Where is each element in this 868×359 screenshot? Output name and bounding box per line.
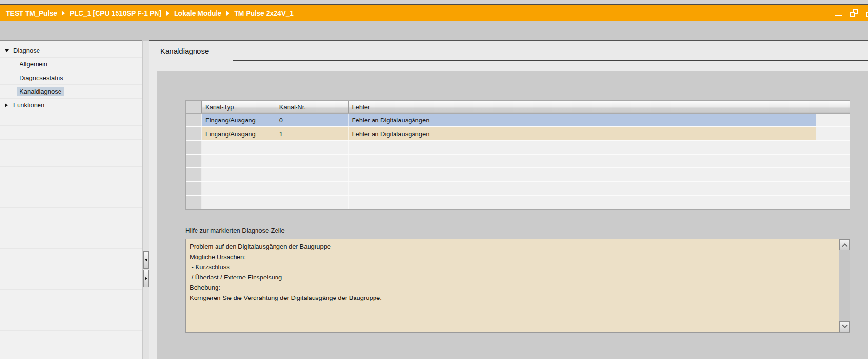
row-selector-cell[interactable]: [186, 141, 202, 154]
table-row-empty[interactable]: [186, 182, 850, 196]
sidebar-item-allgemein[interactable]: Allgemein: [0, 58, 142, 71]
cell-fehler: Fehler an Digitalausgängen: [349, 127, 817, 140]
help-line: Mögliche Ursachen:: [190, 252, 834, 262]
collapse-pane-button[interactable]: [143, 251, 149, 269]
collapsed-arrow-icon[interactable]: [5, 103, 10, 107]
kanaldiagnose-panel: Kanal-Typ Kanal-Nr. Fehler Eingang/Ausga…: [157, 71, 868, 359]
cell-end: [816, 127, 850, 140]
sidebar-item-kanaldiagnose[interactable]: Kanaldiagnose: [0, 85, 142, 99]
column-header-kanal-typ[interactable]: Kanal-Typ: [202, 101, 276, 113]
expand-pane-button[interactable]: [143, 270, 149, 287]
scroll-down-button[interactable]: [839, 321, 850, 332]
row-selector-cell[interactable]: [186, 196, 202, 209]
breadcrumb-arrow-icon: [62, 11, 65, 16]
table-row[interactable]: Eingang/Ausgang 1 Fehler an Digitalausgä…: [186, 127, 850, 141]
cell-fehler: Fehler an Digitalausgängen: [349, 114, 817, 126]
titlebar: TEST TM_Pulse PLC_1 [CPU 1510SP F-1 PN] …: [0, 5, 868, 21]
help-section-label: Hilfe zur markierten Diagnose-Zeile: [185, 227, 285, 234]
triangle-left-icon: [145, 258, 147, 262]
sidebar-empty-rows: [0, 112, 142, 349]
pane-splitter[interactable]: [143, 41, 149, 359]
sidebar-item-diagnosestatus[interactable]: Diagnosestatus: [0, 71, 142, 85]
cell-kanal-nr: 0: [276, 114, 349, 126]
sidebar-item-funktionen[interactable]: Funktionen: [0, 99, 142, 112]
column-header-kanal-nr[interactable]: Kanal-Nr.: [276, 101, 349, 113]
table-header-row: Kanal-Typ Kanal-Nr. Fehler: [186, 101, 850, 114]
navigation-sidebar: Diagnose Allgemein Diagnosestatus Kanald…: [0, 40, 142, 359]
cell-kanal-typ: Eingang/Ausgang: [202, 127, 276, 140]
diagnostic-help-box: Problem auf den Digitalausgängen der Bau…: [185, 239, 850, 333]
sidebar-item-diagnose[interactable]: Diagnose: [0, 44, 142, 58]
row-selector-cell[interactable]: [186, 155, 202, 167]
row-selector-cell[interactable]: [186, 182, 202, 195]
cell-kanal-nr: 1: [276, 127, 349, 140]
breadcrumb: TEST TM_Pulse PLC_1 [CPU 1510SP F-1 PN] …: [6, 9, 294, 17]
cell-end: [816, 114, 850, 126]
main-content: Kanaldiagnose Kanal-Typ Kanal-Nr. Fehler…: [149, 40, 868, 359]
cell-kanal-typ: Eingang/Ausgang: [202, 114, 276, 126]
breadcrumb-arrow-icon: [226, 11, 229, 16]
help-line: / Überlast / Externe Einspeisung: [190, 272, 834, 282]
sidebar-item-label: Funktionen: [13, 101, 44, 109]
restore-icon[interactable]: [850, 9, 858, 17]
breadcrumb-tm-pulse[interactable]: TM Pulse 2x24V_1: [234, 9, 293, 17]
title-rule: [233, 60, 868, 61]
diagnostics-tree: Diagnose Allgemein Diagnosestatus Kanald…: [0, 41, 142, 349]
column-header-end: [816, 101, 850, 113]
sidebar-item-label: Diagnosestatus: [20, 74, 63, 81]
scroll-up-button[interactable]: [839, 239, 850, 250]
help-line: - Kurzschluss: [190, 262, 834, 272]
expanded-arrow-icon[interactable]: [5, 49, 10, 52]
sidebar-item-label-selected: Kanaldiagnose: [17, 87, 64, 96]
channel-diagnostics-table: Kanal-Typ Kanal-Nr. Fehler Eingang/Ausga…: [185, 100, 850, 210]
table-row-empty[interactable]: [186, 168, 850, 182]
table-row-empty[interactable]: [186, 141, 850, 155]
help-scrollbar[interactable]: [839, 239, 850, 332]
table-row-empty[interactable]: [186, 155, 850, 168]
breadcrumb-arrow-icon: [166, 11, 169, 16]
minimize-icon[interactable]: [835, 9, 843, 17]
table-row-empty[interactable]: [186, 196, 850, 209]
breadcrumb-project[interactable]: TEST TM_Pulse: [6, 9, 57, 17]
breadcrumb-lokale-module[interactable]: Lokale Module: [174, 9, 221, 17]
tia-portal-window: TEST TM_Pulse PLC_1 [CPU 1510SP F-1 PN] …: [0, 0, 868, 359]
sidebar-item-label: Diagnose: [13, 47, 40, 54]
chevron-down-icon: [842, 323, 847, 328]
column-header-fehler[interactable]: Fehler: [349, 101, 817, 113]
sidebar-item-label: Allgemein: [20, 60, 47, 68]
row-selector-cell[interactable]: [186, 114, 202, 126]
row-selector-cell[interactable]: [186, 127, 202, 140]
breadcrumb-plc[interactable]: PLC_1 [CPU 1510SP F-1 PN]: [70, 9, 161, 17]
window-controls: [835, 9, 867, 17]
help-line: Korrigieren Sie die Verdrahtung der Digi…: [190, 293, 834, 303]
help-line: Behebung:: [190, 282, 834, 293]
clipped-window-icon[interactable]: [866, 9, 868, 17]
diagnostic-help-text: Problem auf den Digitalausgängen der Bau…: [186, 239, 838, 332]
row-selector-cell[interactable]: [186, 168, 202, 181]
table-row[interactable]: Eingang/Ausgang 0 Fehler an Digitalausgä…: [186, 114, 850, 127]
selector-column-header[interactable]: [186, 101, 202, 113]
chevron-up-icon: [842, 243, 847, 249]
page-title: Kanaldiagnose: [160, 47, 209, 55]
help-line: Problem auf den Digitalausgängen der Bau…: [190, 241, 834, 252]
top-strip: [0, 0, 868, 4]
triangle-right-icon: [145, 277, 147, 280]
